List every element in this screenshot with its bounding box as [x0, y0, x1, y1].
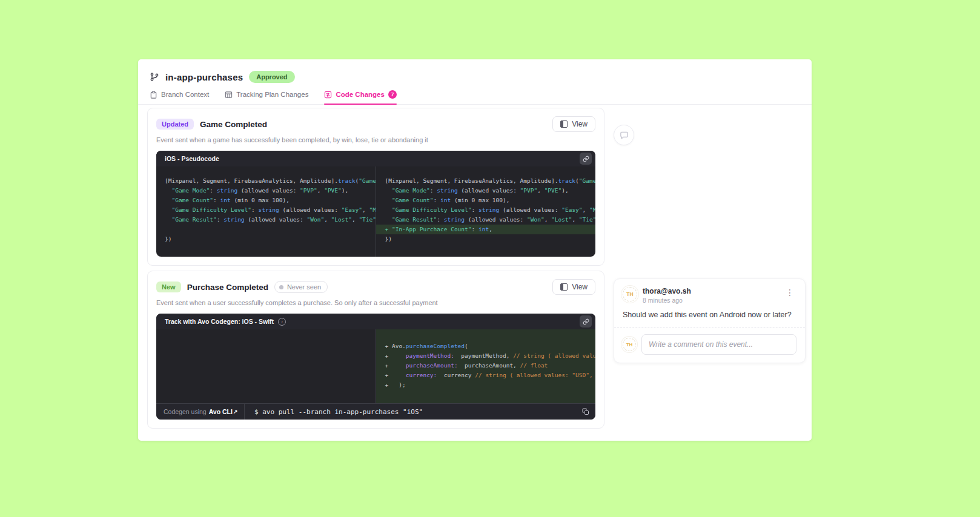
diff-after-column: + Avo.purchaseCompleted(+ paymentMethod:… — [376, 329, 595, 403]
seen-status-dot-icon — [279, 285, 283, 289]
avatar: TH — [623, 338, 636, 351]
title-row: in-app-purchases Approved — [150, 69, 800, 85]
tab-tracking-plan-changes[interactable]: Tracking Plan Changes — [225, 90, 308, 104]
side-panel-icon — [560, 120, 568, 128]
tab-label: Code Changes — [336, 91, 385, 98]
code-panel-header: Track with Avo Codegen: iOS - Swift i — [156, 314, 595, 329]
change-type-badge: Updated — [156, 119, 194, 130]
copy-command-button[interactable] — [582, 408, 589, 415]
event-description: Event sent when a user successfully comp… — [156, 299, 595, 306]
add-comment-button[interactable] — [614, 125, 634, 145]
view-button-label: View — [572, 283, 588, 291]
diff-before-column — [156, 329, 376, 403]
diff-body: + Avo.purchaseCompleted(+ paymentMethod:… — [156, 329, 595, 403]
info-icon[interactable]: i — [278, 318, 286, 326]
tab-code-changes[interactable]: Code Changes 7 — [324, 90, 397, 104]
comment-author-block: thora@avo.sh 8 minutes ago — [643, 287, 691, 304]
copy-link-button[interactable] — [580, 153, 592, 165]
code-changes-icon — [324, 91, 332, 99]
comment-timestamp: 8 minutes ago — [643, 297, 691, 304]
event-card-header: Updated Game Completed View — [156, 117, 595, 131]
change-type-badge: New — [156, 282, 181, 292]
table-icon — [225, 91, 233, 99]
event-card-game-completed: Updated Game Completed View Event sent w… — [147, 108, 604, 266]
comment-author: thora@avo.sh — [643, 287, 691, 295]
copy-icon — [582, 408, 589, 415]
event-card-header: New Purchase Completed Never seen View — [156, 280, 595, 294]
code-panel-header: iOS - Pseudocode — [156, 151, 595, 166]
view-event-button[interactable]: View — [552, 116, 595, 132]
never-seen-label: Never seen — [287, 283, 321, 291]
link-icon — [583, 318, 589, 325]
event-card-purchase-completed: New Purchase Completed Never seen View E… — [147, 271, 604, 429]
codegen-diff-panel: Track with Avo Codegen: iOS - Swift i + … — [156, 314, 595, 420]
side-panel-icon — [560, 283, 568, 291]
avatar: TH — [623, 287, 637, 301]
cli-command: $ avo pull --branch in-app-purchases "iO… — [245, 408, 423, 416]
comment-bubble-icon — [620, 131, 629, 140]
avo-cli-label: Avo CLI — [209, 408, 233, 415]
view-event-button[interactable]: View — [552, 279, 595, 295]
copy-link-button[interactable] — [580, 315, 592, 328]
code-panel-title: iOS - Pseudocode — [165, 155, 219, 162]
code-panel-title: Track with Avo Codegen: iOS - Swift — [165, 318, 274, 325]
codegen-footer: Codegen using Avo CLI↗ $ avo pull --bran… — [156, 403, 595, 420]
tab-label: Branch Context — [161, 91, 209, 98]
comment-text: Should we add this event on Android now … — [623, 311, 796, 319]
event-title: Purchase Completed — [187, 283, 268, 292]
tab-count-badge: 7 — [388, 90, 397, 99]
branch-title: in-app-purchases — [165, 72, 243, 82]
comment-header: TH thora@avo.sh 8 minutes ago ⋮ — [623, 287, 796, 304]
codegen-cli-label: Codegen using Avo CLI↗ — [156, 404, 245, 420]
avo-cli-link[interactable]: Avo CLI↗ — [209, 408, 238, 415]
tabs: Branch Context Tracking Plan Changes — [150, 90, 800, 104]
status-badge: Approved — [249, 71, 294, 83]
event-description: Event sent when a game has successfully … — [156, 136, 595, 143]
link-icon — [583, 156, 589, 162]
pseudocode-diff-panel: iOS - Pseudocode [Mixpanel, Segment, Fir… — [156, 151, 595, 257]
codegen-using-label: Codegen using — [164, 408, 207, 415]
comment-menu-icon[interactable]: ⋮ — [783, 287, 796, 298]
diff-after-column: [Mixpanel, Segment, FirebaseAnalytics, A… — [376, 166, 595, 257]
comment-input[interactable] — [641, 334, 796, 355]
external-link-arrow-icon: ↗ — [233, 409, 238, 415]
never-seen-badge: Never seen — [274, 281, 328, 293]
tab-label: Tracking Plan Changes — [236, 91, 308, 98]
panel-header: in-app-purchases Approved Branch Context — [138, 59, 812, 105]
comment-reply-row: TH — [623, 334, 796, 355]
view-button-label: View — [572, 120, 588, 128]
diff-body: [Mixpanel, Segment, FirebaseAnalytics, A… — [156, 166, 595, 257]
code-changes-list: Updated Game Completed View Event sent w… — [147, 108, 604, 429]
git-branch-icon — [150, 72, 159, 82]
event-title: Game Completed — [200, 120, 267, 129]
clipboard-icon — [150, 91, 157, 99]
comment-divider — [614, 327, 805, 328]
tab-branch-context[interactable]: Branch Context — [150, 90, 209, 104]
comment-thread-card: TH thora@avo.sh 8 minutes ago ⋮ Should w… — [614, 278, 806, 363]
diff-before-column: [Mixpanel, Segment, FirebaseAnalytics, A… — [156, 166, 376, 257]
